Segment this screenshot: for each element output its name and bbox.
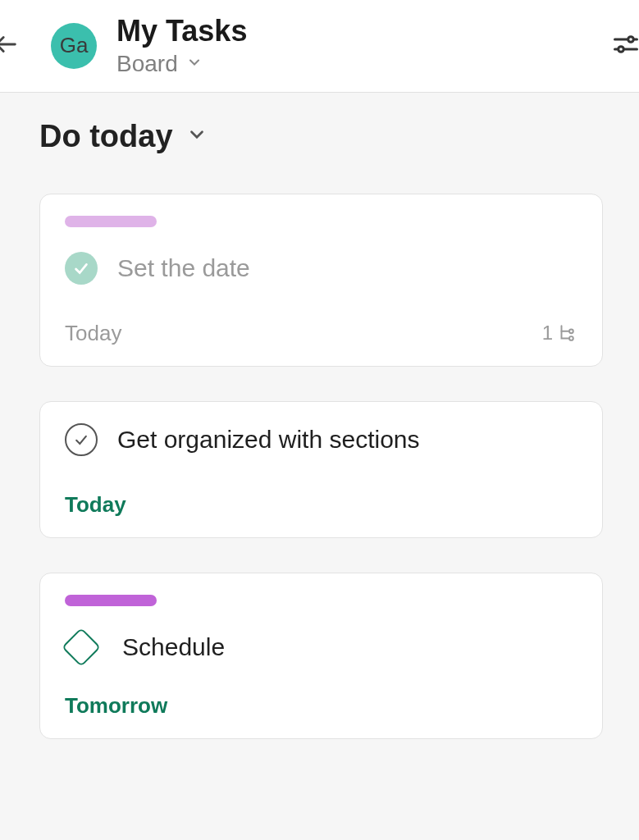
back-arrow-icon[interactable] xyxy=(0,30,20,62)
project-tag xyxy=(65,216,157,227)
svg-point-6 xyxy=(569,330,573,334)
task-card[interactable]: Get organized with sections Today xyxy=(39,401,603,538)
chevron-down-icon xyxy=(186,124,208,148)
task-row: Get organized with sections xyxy=(65,423,577,456)
svg-point-4 xyxy=(618,46,624,52)
svg-point-5 xyxy=(569,336,573,340)
task-card[interactable]: Schedule Tomorrow xyxy=(39,573,603,739)
card-footer: Tomorrow xyxy=(65,693,577,719)
header-titles: My Tasks Board xyxy=(116,15,247,77)
svg-point-2 xyxy=(628,36,634,42)
incomplete-check-icon[interactable] xyxy=(65,423,98,456)
view-switcher[interactable]: Board xyxy=(116,51,247,77)
milestone-diamond-icon[interactable] xyxy=(62,628,101,667)
card-footer: Today xyxy=(65,492,577,518)
subtask-count: 1 xyxy=(542,322,553,345)
board-content: Do today Set the date Today 1 xyxy=(0,93,639,739)
project-tag xyxy=(65,595,157,606)
subtask-icon xyxy=(556,322,577,344)
task-card[interactable]: Set the date Today 1 xyxy=(39,194,603,367)
card-footer: Today 1 xyxy=(65,321,577,346)
section-title: Do today xyxy=(39,119,173,154)
due-date-label: Today xyxy=(65,492,126,518)
task-title: Set the date xyxy=(117,254,250,282)
chevron-down-icon xyxy=(186,54,203,74)
view-label: Board xyxy=(116,51,178,77)
task-title: Get organized with sections xyxy=(117,426,420,454)
complete-check-icon[interactable] xyxy=(65,252,98,285)
subtask-count-badge: 1 xyxy=(542,322,577,345)
avatar-initials: Ga xyxy=(60,33,89,58)
task-row: Schedule xyxy=(65,631,577,664)
section-header[interactable]: Do today xyxy=(39,119,603,154)
app-header: Ga My Tasks Board xyxy=(0,0,639,93)
avatar[interactable]: Ga xyxy=(51,23,97,69)
page-title: My Tasks xyxy=(116,15,247,48)
due-date-label: Today xyxy=(65,321,121,346)
filter-settings-icon[interactable] xyxy=(611,30,639,62)
task-title: Schedule xyxy=(122,633,225,661)
task-row: Set the date xyxy=(65,252,577,285)
due-date-label: Tomorrow xyxy=(65,693,167,719)
